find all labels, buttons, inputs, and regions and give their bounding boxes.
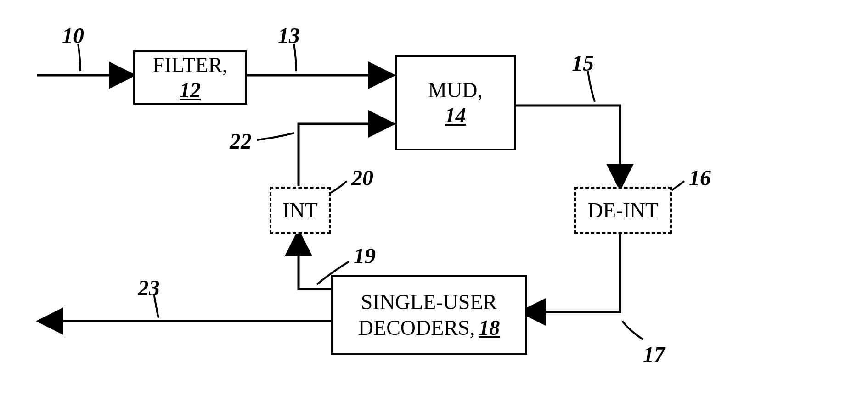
ref-20: 20 (351, 165, 373, 190)
ref-15: 15 (572, 50, 594, 76)
arrow-int-to-mud (299, 124, 390, 186)
ref-22: 22 (230, 128, 252, 154)
mud-number: 14 (445, 103, 466, 128)
decoders-label2: DECODERS, (358, 315, 475, 340)
ref-23: 23 (138, 275, 160, 300)
ref-13: 13 (278, 23, 300, 48)
decoders-label1: SINGLE-USER (361, 289, 497, 315)
block-decoders: SINGLE-USER DECODERS, 18 (331, 275, 527, 355)
int-label: INT (282, 198, 318, 223)
block-filter: FILTER, 12 (133, 50, 247, 105)
filter-label: FILTER, (152, 52, 227, 78)
arrow-mud-to-deint (512, 106, 620, 186)
ref-19: 19 (354, 243, 376, 268)
mud-label: MUD, (428, 78, 483, 103)
leader-20 (331, 181, 347, 193)
block-int: INT (270, 187, 331, 234)
block-mud: MUD, 14 (395, 55, 516, 150)
block-deint: DE-INT (574, 187, 672, 234)
decoders-line2: DECODERS, 18 (358, 315, 500, 340)
leader-22 (257, 133, 294, 140)
ref-16: 16 (689, 165, 711, 190)
leader-15 (588, 71, 595, 102)
ref-10: 10 (62, 23, 84, 48)
deint-label: DE-INT (588, 198, 658, 223)
filter-number: 12 (180, 78, 201, 103)
decoders-number: 18 (479, 315, 500, 340)
ref-17: 17 (643, 342, 665, 367)
diagram-stage: FILTER, 12 MUD, 14 INT DE-INT SINGLE-USE… (0, 0, 868, 417)
arrow-deint-to-decoders (524, 229, 620, 312)
leader-17 (622, 321, 643, 339)
arrow-decoders-to-int (299, 234, 331, 289)
